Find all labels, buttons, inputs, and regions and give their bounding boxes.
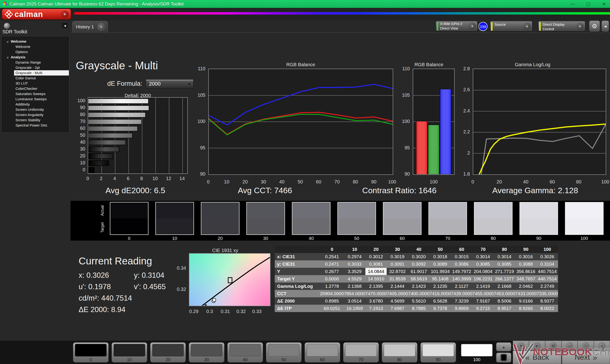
table-cell[interactable]: 266.1377	[494, 275, 515, 283]
pattern-button-70[interactable]: 70	[343, 342, 379, 363]
table-cell[interactable]: 14.0844	[365, 268, 387, 275]
table-cell[interactable]: 7455.0000	[472, 290, 494, 297]
table-cell[interactable]: 0.2471	[320, 260, 344, 268]
sidebar-item-welcome[interactable]: Welcome	[2, 44, 69, 49]
sidebar-item-additivity[interactable]: Additivity	[2, 102, 69, 107]
sidebar-item-luminance-sweeps[interactable]: Luminance Sweeps	[2, 96, 69, 102]
table-cell[interactable]: 2.1423	[408, 283, 430, 290]
table-cell[interactable]: 440.7514	[537, 275, 558, 283]
table-cell[interactable]: 0.3015	[451, 253, 472, 260]
table-cell[interactable]: 7470.0000	[365, 290, 387, 297]
sidebar-group-welcome[interactable]: ◢Welcome	[2, 39, 69, 44]
table-cell[interactable]: 3.0514	[344, 297, 365, 305]
table-cell[interactable]: 8.9377	[537, 297, 558, 305]
pattern-scroll-up-button[interactable]: ▲	[496, 342, 511, 351]
toolbar-button-pattern-levels[interactable]: ▦	[545, 341, 561, 351]
table-cell[interactable]: 2.0462	[515, 283, 537, 290]
toolbar-button-loop[interactable]: ∞	[561, 341, 578, 351]
table-cell[interactable]: 2.2749	[537, 283, 558, 290]
meter-dropdown[interactable]: X-Rite i1Pro 2 Direct View ▼	[436, 21, 478, 31]
table-cell[interactable]: 7439.0000	[451, 290, 472, 297]
table-cell[interactable]: 9.7378	[430, 305, 451, 312]
sidebar-item-3d-lut[interactable]: 3D LUT	[2, 81, 69, 86]
sidebar-item-grayscale-multi[interactable]: Grayscale - Multi	[14, 70, 69, 76]
table-cell[interactable]: 7.1913	[365, 305, 387, 312]
table-cell[interactable]: 0.3085	[494, 260, 515, 268]
table-cell[interactable]: 7405.0000	[387, 290, 408, 297]
toolbar-button-play[interactable]: ▶	[529, 341, 545, 351]
table-cell[interactable]: 0.3088	[515, 260, 537, 268]
table-cell[interactable]: 7.9167	[472, 297, 494, 305]
table-cell[interactable]: 0.3091	[387, 260, 408, 268]
pattern-button-20[interactable]: 20	[150, 342, 186, 363]
table-cell[interactable]: 0.2974	[344, 253, 365, 260]
history-tab[interactable]: History 1 +	[72, 21, 108, 33]
table-cell[interactable]: 7433.0000	[515, 290, 537, 297]
table-cell[interactable]: 2.1419	[472, 283, 494, 290]
sidebar-item-color-gamut[interactable]: Color Gamut	[2, 76, 69, 81]
tree-expander-icon[interactable]: ◢	[6, 39, 8, 44]
panel-collapse-button[interactable]: ◀	[601, 21, 609, 32]
table-cell[interactable]: 8.9517	[494, 305, 515, 312]
table-cell[interactable]: 0.3016	[515, 253, 537, 260]
sidebar-item-screen-angularity[interactable]: Screen Angularity	[2, 112, 69, 117]
table-cell[interactable]: 7854.0000	[344, 290, 365, 297]
table-cell[interactable]: 95.1408	[430, 275, 451, 283]
pattern-button-50[interactable]: 50	[266, 342, 302, 363]
table-cell[interactable]: 140.3999	[451, 275, 472, 283]
table-cell[interactable]: 0.3033	[344, 260, 365, 268]
pattern-window-button[interactable]	[496, 352, 511, 363]
table-cell[interactable]: 7.3239	[451, 297, 472, 305]
pattern-button-10[interactable]: 10	[112, 342, 147, 363]
close-icon[interactable]: ✕	[601, 1, 607, 7]
minimize-icon[interactable]: —	[570, 1, 575, 6]
table-cell[interactable]: 9.0166	[515, 297, 537, 305]
table-cell[interactable]: 0.3012	[365, 253, 387, 260]
maximize-icon[interactable]: ▢	[586, 1, 591, 7]
toolbar-button-refresh[interactable]: ↻	[578, 341, 594, 351]
sidebar-item-options[interactable]: Options	[2, 49, 69, 54]
table-cell[interactable]: 2.1395	[365, 283, 387, 290]
table-cell[interactable]: 61.9017	[408, 268, 430, 275]
pattern-button-60[interactable]: 60	[305, 342, 340, 363]
table-cell[interactable]: 2.1368	[344, 283, 365, 290]
sidebar-item-dynamic-range[interactable]: Dynamic Range	[2, 60, 69, 65]
table-cell[interactable]: 0.3026	[537, 253, 558, 260]
table-cell[interactable]: 0.3081	[365, 260, 387, 268]
table-cell[interactable]: 0.3092	[408, 260, 430, 268]
table-cell[interactable]: 2.1444	[387, 283, 408, 290]
table-cell[interactable]: 14.5910	[365, 275, 387, 283]
pattern-button-90[interactable]: 90	[420, 342, 456, 363]
table-cell[interactable]: 0.3014	[494, 253, 515, 260]
table-cell[interactable]: 1.2778	[320, 283, 344, 290]
table-cell[interactable]: 5.5610	[408, 297, 430, 305]
sidebar-item-saturation-sweeps[interactable]: Saturation Sweeps	[2, 91, 69, 96]
table-cell[interactable]: 149.7972	[451, 268, 472, 275]
add-tab-button[interactable]: +	[94, 21, 108, 33]
table-cell[interactable]: 0.3018	[430, 253, 451, 260]
pattern-button-80[interactable]: 80	[382, 342, 417, 363]
de-formula-select[interactable]: 2000 ▼	[146, 79, 194, 88]
table-cell[interactable]: 101.9934	[430, 268, 451, 275]
table-cell[interactable]: 69.0251	[320, 305, 344, 312]
table-cell[interactable]: 7335.0000	[537, 290, 558, 297]
table-cell[interactable]: 0.3104	[537, 260, 558, 268]
pattern-button-30[interactable]: 30	[189, 342, 224, 363]
table-cell[interactable]: 9.2715	[472, 305, 494, 312]
table-cell[interactable]: 8.9265	[515, 305, 537, 312]
pattern-button-100[interactable]: 100	[459, 342, 495, 363]
table-cell[interactable]: 3.3529	[344, 268, 365, 275]
table-cell[interactable]: 2.1235	[430, 283, 451, 290]
table-cell[interactable]: 7.6987	[387, 305, 408, 312]
sidebar-item-spectral-power-dist-[interactable]: Spectral Power Dist.	[2, 123, 69, 128]
table-cell[interactable]: 0.3020	[408, 253, 430, 260]
table-cell[interactable]: 348.7657	[515, 275, 537, 283]
table-cell[interactable]: 0.2541	[320, 253, 344, 260]
table-cell[interactable]: 8.0022	[537, 305, 558, 312]
source-dropdown[interactable]: Source ▼	[490, 21, 532, 31]
settings-button[interactable]: ⚙	[589, 21, 600, 32]
table-cell[interactable]: 4.5699	[387, 297, 408, 305]
table-cell[interactable]: 196.2231	[472, 275, 494, 283]
table-cell[interactable]: 0.3014	[472, 253, 494, 260]
table-cell[interactable]: 204.0804	[472, 268, 494, 275]
